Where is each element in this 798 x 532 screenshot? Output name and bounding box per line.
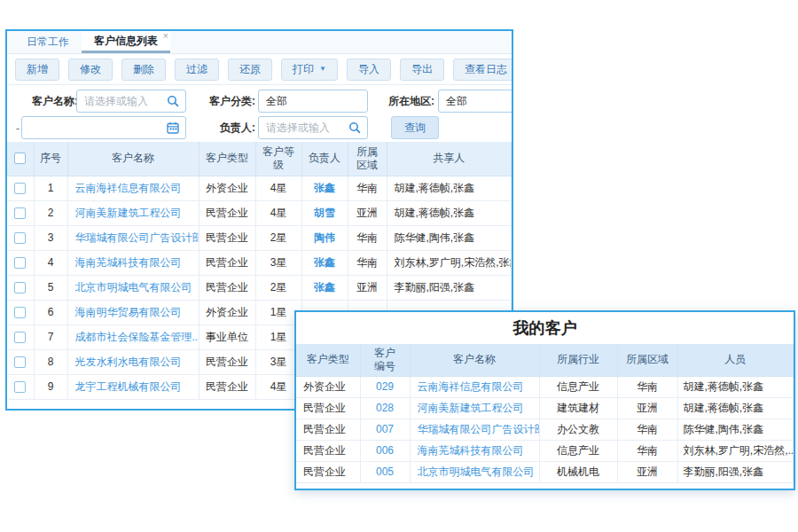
owner-link[interactable]: 陶伟 [314, 231, 335, 244]
table-row[interactable]: 2 河南美新建筑工程公司 民营企业 4星 胡雪 亚洲 胡建,蒋德帧,张鑫 [7, 200, 512, 225]
shared-cell: 李勤丽,阳强,张鑫 [387, 275, 512, 300]
close-icon[interactable]: × [163, 31, 168, 41]
toolbar-button[interactable]: 修改 [68, 59, 113, 81]
customer-category-select[interactable]: 全部 [258, 90, 368, 113]
region-cell: 华南 [617, 376, 677, 397]
customer-name-link[interactable]: 成都市社会保险基金管理... [75, 331, 200, 343]
customer-name-link[interactable]: 河南美新建筑工程公司 [75, 207, 182, 219]
customer-name-link[interactable]: 云南海祥信息有限公司 [75, 182, 182, 194]
owner-label: 负责人: [195, 116, 255, 139]
toolbar-button[interactable]: 新增 [15, 59, 59, 81]
customer-code-link[interactable]: 006 [376, 444, 394, 457]
toolbar-button[interactable]: 删除 [121, 59, 166, 81]
customer-name-link[interactable]: 北京市明城电气有限公司 [418, 466, 535, 478]
owner-link[interactable]: 胡雪 [314, 207, 335, 219]
customer-name-label: 客户名称: [16, 90, 78, 113]
owner-link[interactable]: 张鑫 [314, 281, 335, 293]
chevron-down-icon: ▼ [319, 66, 326, 73]
row-checkbox[interactable] [14, 257, 26, 269]
table-row[interactable]: 民营企业 005 北京市明城电气有限公司 机械机电 亚洲 李勤丽,阳强,张鑫 [296, 461, 794, 482]
customer-name-cell: 河南美新建筑工程公司 [67, 200, 199, 225]
row-checkbox[interactable] [14, 381, 26, 393]
row-checkbox[interactable] [14, 207, 26, 219]
toolbar-button[interactable]: 过滤 [175, 59, 219, 81]
calendar-icon[interactable] [166, 121, 180, 135]
customer-code-link[interactable]: 029 [376, 380, 394, 393]
customer-type-cell: 民营企业 [296, 397, 360, 419]
customer-name-link[interactable]: 河南美新建筑工程公司 [418, 402, 524, 414]
customer-name-cell: 云南海祥信息有限公司 [410, 376, 539, 397]
search-icon[interactable] [166, 94, 180, 108]
table-header-row: 序号 客户名称 客户类型 客户等级 负责人 所属区域 共享人 [7, 142, 512, 176]
customer-level-cell: 3星 [255, 250, 301, 275]
region-select[interactable]: 全部 [438, 90, 513, 113]
toolbar-button[interactable]: 还原 [228, 59, 272, 81]
staff-cell: 李勤丽,阳强,张鑫 [677, 461, 794, 482]
header-region: 所属区域 [348, 142, 387, 176]
region-cell: 华南 [617, 419, 677, 440]
customer-level-cell: 4星 [255, 200, 301, 225]
tab-label: 日常工作 [27, 35, 69, 48]
search-icon[interactable] [348, 121, 362, 135]
customer-name-cell: 北京市明城电气有限公司 [410, 461, 539, 482]
customer-code-link[interactable]: 005 [376, 466, 394, 478]
customer-name-input[interactable]: 请选择或输入 [76, 90, 186, 113]
toolbar-button[interactable]: 查看日志 [453, 59, 513, 81]
owner-cell: 胡雪 [301, 200, 348, 225]
toolbar-button[interactable]: 导出 [400, 59, 444, 81]
row-checkbox[interactable] [14, 307, 26, 318]
table-row[interactable]: 民营企业 007 华瑞城有限公司广告设计部 办公文教 华南 陈华健,陶伟,张鑫 [296, 419, 794, 440]
customer-name-link[interactable]: 北京市明城电气有限公司 [75, 281, 192, 293]
customer-name-link[interactable]: 云南海祥信息有限公司 [418, 380, 524, 393]
owner-cell: 张鑫 [301, 176, 348, 200]
customer-name-link[interactable]: 华瑞城有限公司广告设计部 [75, 231, 200, 244]
table-row[interactable]: 1 云南海祥信息有限公司 外资企业 4星 张鑫 华南 胡建,蒋德帧,张鑫 [7, 176, 512, 200]
customer-code-cell: 006 [360, 440, 410, 461]
toolbar-button[interactable]: 导入 [347, 59, 391, 81]
customer-code-link[interactable]: 028 [376, 402, 394, 414]
table-row[interactable]: 3 华瑞城有限公司广告设计部 民营企业 2星 陶伟 华南 陈华健,陶伟,张鑫 [7, 225, 512, 250]
row-checkbox[interactable] [14, 332, 26, 343]
table-row[interactable]: 5 北京市明城电气有限公司 民营企业 2星 张鑫 亚洲 李勤丽,阳强,张鑫 [7, 275, 512, 300]
industry-cell: 信息产业 [539, 376, 617, 397]
customer-name-cell: 海南芜城科技有限公司 [410, 440, 539, 461]
customer-name-link[interactable]: 华瑞城有限公司广告设计部 [418, 423, 540, 435]
staff-cell: 胡建,蒋德帧,张鑫 [677, 397, 794, 419]
row-checkbox[interactable] [14, 183, 26, 194]
row-checkbox[interactable] [14, 356, 26, 368]
owner-link[interactable]: 张鑫 [314, 256, 335, 269]
customer-name-link[interactable]: 海南芜城科技有限公司 [418, 444, 524, 457]
date-input[interactable] [21, 116, 186, 139]
customer-name-link[interactable]: 龙宇工程机械有限公司 [75, 380, 182, 393]
table-row[interactable]: 民营企业 006 海南芜城科技有限公司 信息产业 华南 刘东林,罗广明,宋浩然,… [296, 440, 794, 461]
query-button[interactable]: 查询 [391, 116, 439, 139]
placeholder-text: 请选择或输入 [266, 121, 330, 136]
row-checkbox[interactable] [14, 232, 26, 244]
toolbar-button[interactable]: 打印 ▼ [281, 59, 338, 81]
region-cell: 华南 [348, 225, 387, 250]
tab-label: 客户信息列表 [94, 35, 158, 47]
customer-code-cell: 028 [360, 397, 410, 419]
row-checkbox[interactable] [14, 282, 26, 293]
customer-code-link[interactable]: 007 [376, 423, 394, 435]
customer-name-cell: 云南海祥信息有限公司 [67, 176, 199, 200]
header-customer-level: 客户等级 [255, 142, 301, 176]
tab-daily-work[interactable]: 日常工作 [14, 31, 82, 53]
customer-name-link[interactable]: 光发水利水电有限公司 [75, 356, 182, 368]
owner-input[interactable]: 请选择或输入 [258, 116, 368, 139]
tab-customer-list[interactable]: 客户信息列表 × [82, 31, 170, 53]
header-region: 所属区域 [617, 344, 677, 376]
customer-name-link[interactable]: 海南芜城科技有限公司 [75, 256, 182, 269]
toolbar-button-label: 过滤 [186, 62, 207, 77]
customer-name-cell: 华瑞城有限公司广告设计部 [410, 419, 539, 440]
staff-cell: 刘东林,罗广明,宋浩然,... [677, 440, 794, 461]
table-header-row: 客户类型 客户编号 客户名称 所属行业 所属区域 人员 [296, 344, 794, 376]
table-row[interactable]: 4 海南芜城科技有限公司 民营企业 3星 张鑫 华南 刘东林,罗广明,宋浩然,张… [7, 250, 512, 275]
table-row[interactable]: 民营企业 028 河南美新建筑工程公司 建筑建材 亚洲 胡建,蒋德帧,张鑫 [296, 397, 794, 419]
customer-name-link[interactable]: 海南明华贸易有限公司 [75, 306, 182, 318]
selected-value: 全部 [266, 94, 287, 109]
select-all-checkbox[interactable] [14, 153, 26, 164]
owner-link[interactable]: 张鑫 [314, 182, 335, 194]
toolbar-button-label: 还原 [239, 62, 261, 77]
table-row[interactable]: 外资企业 029 云南海祥信息有限公司 信息产业 华南 胡建,蒋德帧,张鑫 [296, 376, 794, 397]
